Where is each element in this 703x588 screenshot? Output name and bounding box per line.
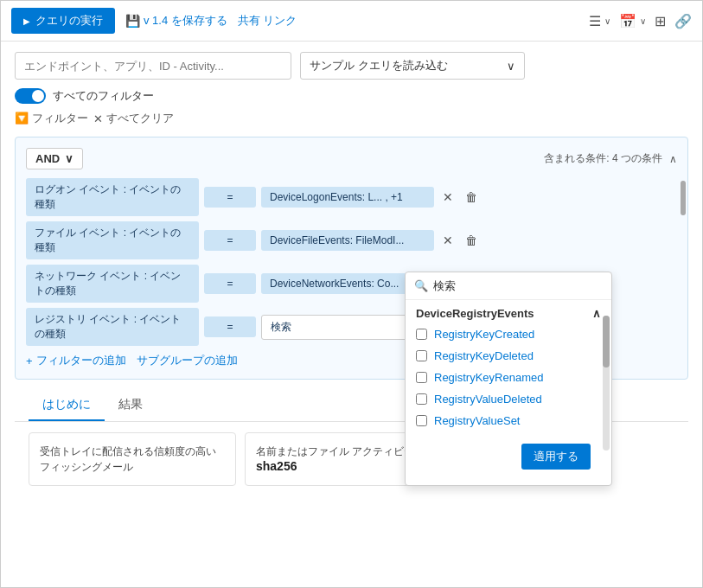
tab-hajimeni[interactable]: はじめに — [29, 390, 105, 421]
run-query-button[interactable]: ▶ クエリの実行 — [11, 8, 115, 34]
calendar-icon[interactable]: 📅 ∨ — [619, 13, 646, 29]
dropdown-search-input[interactable] — [433, 279, 603, 292]
add-subgroup-button[interactable]: サブグループの追加 — [137, 353, 238, 368]
dropdown-group-header: DeviceRegistryEvents ∧ — [406, 300, 611, 323]
search-row: サンプル クエリを読み込む ∨ — [15, 52, 688, 80]
table-row: ログオン イベント : イベントの種類 = DeviceLogonEvents:… — [26, 178, 677, 216]
toggle-row: すべてのフィルター — [15, 88, 688, 104]
condition-field-0: ログオン イベント : イベントの種類 — [26, 178, 199, 216]
search-icon: 🔍 — [414, 279, 428, 292]
list-item[interactable]: RegistryValueSet — [406, 410, 611, 431]
remove-condition-1[interactable]: ✕ — [439, 232, 457, 249]
conditions-box: AND ∨ 含まれる条件: 4 つの条件 ∧ ログオン イベント : イベントの… — [15, 137, 688, 380]
list-item[interactable]: RegistryKeyDeleted — [406, 345, 611, 367]
apply-button[interactable]: 適用する — [521, 444, 591, 470]
delete-condition-0[interactable]: 🗑 — [462, 189, 481, 206]
condition-field-2: ネットワーク イベント : イベントの種類 — [26, 265, 199, 303]
filter-label: 🔽 フィルター — [15, 111, 88, 126]
item-label-2: RegistryKeyRenamed — [434, 371, 543, 384]
main-content: サンプル クエリを読み込む ∨ すべてのフィルター 🔽 フィルター ✕ すべてク… — [1, 42, 702, 496]
save-label: v 1.4 を保存する — [144, 13, 227, 29]
list-item[interactable]: RegistryKeyCreated — [406, 323, 611, 345]
search-input[interactable] — [15, 52, 291, 80]
scroll-track[interactable] — [681, 181, 686, 370]
play-icon: ▶ — [23, 16, 30, 26]
dropdown-search-area: 🔍 — [406, 272, 611, 300]
sample-query-select[interactable]: サンプル クエリを読み込む ∨ — [300, 52, 525, 80]
chevron-up-icon[interactable]: ∧ — [669, 153, 677, 165]
condition-op-2: = — [204, 273, 256, 294]
conditions-header: AND ∨ 含まれる条件: 4 つの条件 ∧ — [26, 148, 677, 169]
sample-query-label: サンプル クエリを読み込む — [310, 58, 448, 74]
clear-all-button[interactable]: ✕ すべてクリア — [93, 111, 174, 126]
card-0: 受信トレイに配信される信頼度の高いフィッシングメール — [29, 432, 236, 486]
item-label-0: RegistryKeyCreated — [434, 328, 534, 341]
item-label-4: RegistryValueSet — [434, 414, 520, 427]
scrollbar-thumb — [603, 316, 610, 368]
item-checkbox-1[interactable] — [416, 350, 427, 361]
conditions-count: 含まれる条件: 4 つの条件 — [544, 151, 662, 166]
item-label-1: RegistryKeyDeleted — [434, 349, 534, 362]
top-toolbar: ▶ クエリの実行 💾 v 1.4 を保存する 共有 リンク ☰ ∨ 📅 ∨ ⊞ … — [1, 1, 702, 42]
group-label: DeviceRegistryEvents — [416, 307, 534, 320]
layout-icon[interactable]: ⊞ — [655, 13, 666, 29]
dropdown-popup: 🔍 DeviceRegistryEvents ∧ RegistryKeyCrea… — [405, 272, 612, 486]
condition-op-0: = — [204, 187, 256, 208]
remove-condition-0[interactable]: ✕ — [439, 189, 457, 206]
share-label: 共有 リンク — [238, 13, 297, 29]
run-button-label: クエリの実行 — [35, 13, 103, 29]
condition-field-1: ファイル イベント : イベントの種類 — [26, 221, 199, 259]
condition-field-3: レジストリ イベント : イベントの種類 — [26, 308, 199, 346]
condition-value-1: DeviceFileEvents: FileModI... — [261, 230, 434, 251]
list-view-icon[interactable]: ☰ ∨ — [589, 13, 610, 29]
plus-icon: + — [26, 355, 33, 368]
logic-label: AND — [35, 152, 60, 165]
item-label-3: RegistryValueDeleted — [434, 393, 542, 406]
toggle-label: すべてのフィルター — [53, 88, 154, 104]
item-checkbox-4[interactable] — [416, 415, 427, 426]
toolbar-right: ☰ ∨ 📅 ∨ ⊞ 🔗 — [589, 13, 692, 29]
item-checkbox-2[interactable] — [416, 372, 427, 383]
condition-value-0: DeviceLogonEvents: L... , +1 — [261, 187, 434, 208]
save-button[interactable]: 💾 v 1.4 を保存する — [125, 13, 227, 29]
table-row: ファイル イベント : イベントの種類 = DeviceFileEvents: … — [26, 221, 677, 259]
chevron-down-icon: ∨ — [507, 60, 515, 73]
share-link-button[interactable]: 共有 リンク — [238, 13, 297, 29]
close-icon: ✕ — [93, 112, 103, 125]
save-icon: 💾 — [125, 14, 140, 28]
condition-op-1: = — [204, 230, 256, 251]
link2-icon[interactable]: 🔗 — [674, 13, 692, 29]
condition-op-3: = — [204, 316, 256, 337]
list-item[interactable]: RegistryKeyRenamed — [406, 367, 611, 388]
chevron-down-icon: ∨ — [65, 152, 73, 165]
list-item[interactable]: RegistryValueDeleted — [406, 388, 611, 410]
dropdown-scrollbar[interactable] — [603, 316, 610, 451]
chevron-up-icon[interactable]: ∧ — [592, 307, 601, 320]
item-checkbox-0[interactable] — [416, 329, 427, 340]
and-dropdown[interactable]: AND ∨ — [26, 148, 83, 169]
add-filter-button[interactable]: + フィルターの追加 — [26, 353, 126, 368]
scroll-thumb — [681, 181, 686, 215]
tab-results[interactable]: 結果 — [105, 390, 157, 421]
item-checkbox-3[interactable] — [416, 393, 427, 405]
card-text-0: 受信トレイに配信される信頼度の高いフィッシングメール — [40, 444, 225, 475]
delete-condition-1[interactable]: 🗑 — [462, 232, 481, 249]
filter-row: 🔽 フィルター ✕ すべてクリア — [15, 111, 688, 126]
all-filters-toggle[interactable] — [15, 88, 46, 104]
